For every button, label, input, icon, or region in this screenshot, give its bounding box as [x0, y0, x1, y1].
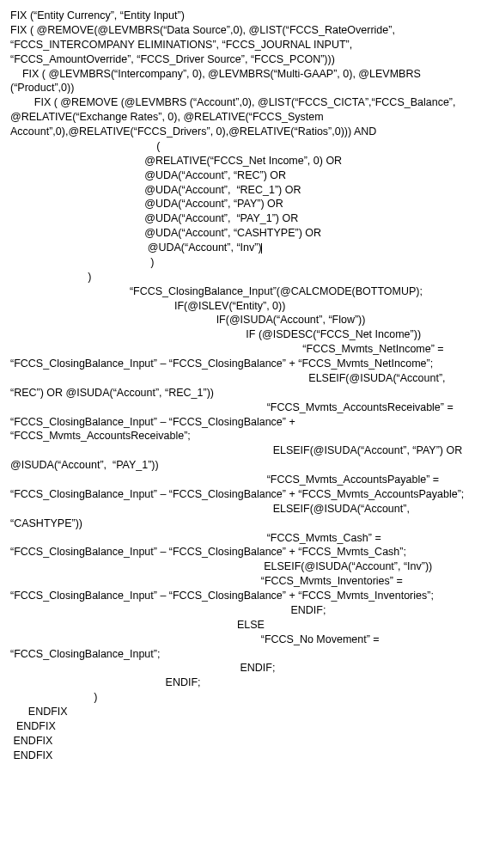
code-line: “FCCS_Mvmts_AccountsReceivable” = “FCCS_… [10, 400, 477, 444]
code-line: @UDA(“Account”, “REC_1”) OR [10, 183, 477, 198]
code-line: ENDFIX [10, 719, 477, 734]
code-line: “FCCS_Mvmts_Cash” = “FCCS_ClosingBalance… [10, 531, 477, 560]
code-line: ( [10, 139, 477, 154]
code-block: FIX (“Entity Currency”, “Entity Input”) … [10, 9, 477, 763]
code-line: “FCCS_Mvmts_AccountsPayable” = “FCCS_Clo… [10, 473, 477, 502]
code-line: ELSE [10, 618, 477, 633]
code-line-with-cursor: @UDA(“Account”, “Inv”) [10, 241, 477, 255]
code-line: @RELATIVE(“FCCS_Net Income”, 0) OR [10, 154, 477, 168]
code-line: IF(@ISUDA(“Account”, “Flow”)) [10, 313, 477, 327]
code-line: “FCCS_ClosingBalance_Input”(@CALCMODE(BO… [10, 284, 477, 299]
code-line: ENDIF; [10, 603, 477, 618]
code-line: @UDA(“Account”, “PAY_1”) OR [10, 211, 477, 226]
code-line: “FCCS_No Movement” = “FCCS_ClosingBalanc… [10, 633, 477, 662]
text-cursor-icon [261, 243, 262, 254]
code-line: IF (@ISDESC(“FCCS_Net Income”)) [10, 327, 477, 342]
code-line: FIX ( @LEVMBRS(“Intercompany”, 0), @LEVM… [10, 67, 477, 96]
code-line: ENDFIX [10, 705, 477, 719]
code-line: @UDA(“Account”, “CASHTYPE”) OR [10, 226, 477, 241]
code-line: ENDFIX [10, 734, 477, 749]
code-line: ELSEIF(@ISUDA(“Account”, “Inv”)) [10, 559, 477, 574]
code-line: ) [10, 255, 477, 270]
code-line: ) [10, 690, 477, 705]
code-line: ENDFIX [10, 749, 477, 763]
code-line: ENDIF; [10, 675, 477, 690]
code-line: ENDIF; [10, 661, 477, 675]
code-line: ELSEIF(@ISUDA(“Account”, “CASHTYPE”)) [10, 502, 477, 531]
code-line: “FCCS_Mvmts_Inventories” = “FCCS_Closing… [10, 574, 477, 603]
code-line: @UDA(“Account”, “REC”) OR [10, 168, 477, 183]
code-line: ELSEIF(@ISUDA(“Account”, “REC”) OR @ISUD… [10, 371, 477, 400]
code-line: @UDA(“Account”, “PAY”) OR [10, 197, 477, 211]
code-line: ELSEIF(@ISUDA(“Account”, “PAY”) OR @ISUD… [10, 443, 477, 473]
code-line: ) [10, 270, 477, 284]
code-line: “FCCS_Mvmts_NetIncome” = “FCCS_ClosingBa… [10, 342, 477, 371]
code-line: FIX ( @REMOVE(@LEVMBRS(“Data Source”,0),… [10, 23, 477, 67]
code-line: IF(@ISLEV(“Entity”, 0)) [10, 299, 477, 314]
code-line: FIX ( @REMOVE (@LEVMBRS (“Account”,0), @… [10, 95, 477, 139]
code-text: @UDA(“Account”, “Inv”) [10, 241, 262, 254]
code-line: FIX (“Entity Currency”, “Entity Input”) [10, 9, 477, 23]
